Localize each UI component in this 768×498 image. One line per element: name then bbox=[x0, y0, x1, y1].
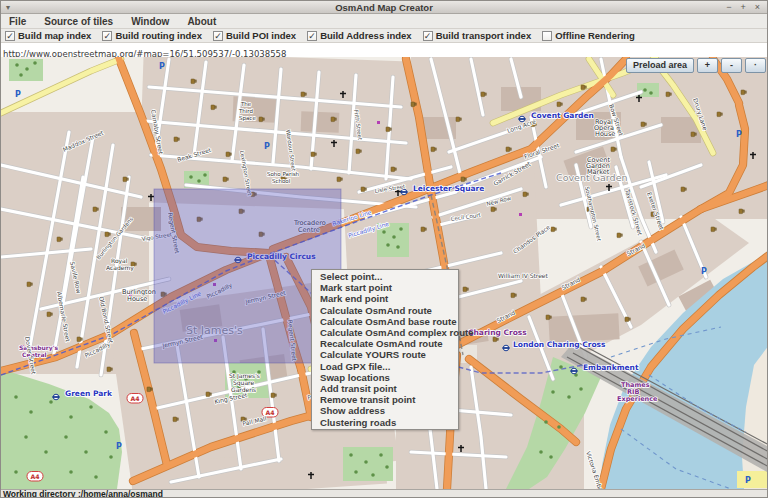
map-label: Green Park bbox=[65, 389, 113, 398]
tree-icon bbox=[551, 390, 555, 394]
zoom-in-button[interactable]: + bbox=[697, 58, 718, 73]
map-label: Space bbox=[239, 115, 256, 122]
context-menu-item-remove-transit-point[interactable]: Remove transit point bbox=[312, 394, 458, 405]
tree-icon bbox=[84, 450, 88, 454]
road-ref-badge: A4 bbox=[127, 394, 143, 404]
tree-icon bbox=[203, 173, 207, 177]
tree-icon bbox=[19, 73, 23, 77]
map-label: Embankment bbox=[583, 363, 639, 372]
checkbox-toolbar: ✓Build map index✓Build routing index✓Bui… bbox=[1, 29, 767, 43]
context-menu-item-calculate-osmand-route[interactable]: Calculate OsmAnd route bbox=[312, 305, 458, 316]
tree-icon bbox=[25, 67, 29, 71]
context-menu-item-add-transit-point[interactable]: Add transit point bbox=[312, 383, 458, 394]
checkbox-label: Build map index bbox=[18, 30, 91, 41]
parking-icon: P bbox=[736, 130, 742, 139]
window-title: OsmAnd Map Creator bbox=[1, 1, 767, 14]
tree-icon bbox=[385, 465, 389, 469]
window-controls: −+× bbox=[726, 1, 767, 14]
checked-checkbox-icon[interactable]: ✓ bbox=[102, 31, 112, 41]
context-menu-item-recalculate-osmand-route[interactable]: Recalculate OsmAnd route bbox=[312, 338, 458, 349]
maximize-button[interactable]: + bbox=[740, 1, 745, 14]
tree-icon bbox=[14, 395, 18, 399]
tube-station-icon bbox=[570, 368, 577, 374]
context-menu-item-calculate-osmand-complex-route[interactable]: Calculate OsmAnd complex route bbox=[312, 327, 458, 338]
checkbox-build-address-index[interactable]: ✓Build Address index bbox=[307, 30, 412, 41]
context-menu-item-swap-locations[interactable]: Swap locations bbox=[312, 372, 458, 383]
app-window: ▾ OsmAnd Map Creator −+× FileSource of t… bbox=[0, 0, 768, 498]
context-menu-item-load-gpx-file[interactable]: Load GPX file... bbox=[312, 361, 458, 372]
url-bar-row bbox=[1, 43, 767, 57]
menu-item-window[interactable]: Window bbox=[122, 14, 178, 29]
tree-icon bbox=[64, 435, 68, 439]
tree-icon bbox=[386, 243, 390, 247]
tree-icon bbox=[399, 227, 403, 231]
context-menu-item-calculate-osmand-base-route[interactable]: Calculate OsmAnd base route bbox=[312, 316, 458, 327]
parking-icon: P bbox=[15, 90, 21, 99]
tree-icon bbox=[364, 460, 368, 464]
map-label: London Charing Cross bbox=[513, 340, 606, 349]
map-label: The bbox=[240, 101, 252, 107]
tree-icon bbox=[197, 179, 201, 183]
checkbox-build-transport-index[interactable]: ✓Build transport index bbox=[423, 30, 532, 41]
tree-icon bbox=[104, 430, 108, 434]
title-bar[interactable]: ▾ OsmAnd Map Creator −+× bbox=[1, 1, 767, 14]
checkbox-label: Build Address index bbox=[320, 30, 412, 41]
checkbox-offline-rendering[interactable]: Offline Rendering bbox=[542, 30, 635, 41]
tree-icon bbox=[559, 365, 563, 369]
zoom-out-button[interactable]: - bbox=[721, 58, 742, 73]
menu-item-file[interactable]: File bbox=[1, 14, 35, 29]
close-button[interactable]: × bbox=[755, 1, 760, 14]
road-ref-badge: A4 bbox=[27, 472, 43, 482]
parking-icon: P bbox=[745, 476, 751, 485]
tree-icon bbox=[396, 245, 400, 249]
map-area-polygon bbox=[343, 447, 393, 481]
svg-text:A4: A4 bbox=[265, 409, 275, 416]
tree-icon bbox=[643, 88, 647, 92]
context-menu-item-select-point[interactable]: Select point... bbox=[312, 271, 458, 282]
checkbox-build-poi-index[interactable]: ✓Build POI index bbox=[213, 30, 296, 41]
context-menu-item-mark-start-point[interactable]: Mark start point bbox=[312, 282, 458, 293]
extra-map-button[interactable]: · bbox=[745, 58, 766, 73]
svg-text:A4: A4 bbox=[130, 395, 140, 402]
tree-icon bbox=[69, 415, 73, 419]
checked-checkbox-icon[interactable]: ✓ bbox=[213, 31, 223, 41]
map-label: Covent Garden bbox=[531, 111, 594, 120]
context-menu-item-show-address[interactable]: Show address bbox=[312, 405, 458, 416]
tree-icon bbox=[89, 405, 93, 409]
map-label: Charing Cross bbox=[468, 328, 527, 337]
checkbox-label: Offline Rendering bbox=[555, 30, 635, 41]
tree-icon bbox=[371, 473, 375, 477]
checked-checkbox-icon[interactable]: ✓ bbox=[5, 31, 15, 41]
context-menu-item-clustering-roads[interactable]: Clustering roads bbox=[312, 417, 458, 428]
checkbox-build-routing-index[interactable]: ✓Build routing index bbox=[102, 30, 202, 41]
checked-checkbox-icon[interactable]: ✓ bbox=[423, 31, 433, 41]
checkbox-label: Build POI index bbox=[226, 30, 296, 41]
working-directory-text: Working directory :/home/anna/osmand bbox=[1, 490, 163, 498]
checkbox-build-map-index[interactable]: ✓Build map index bbox=[5, 30, 91, 41]
tree-icon bbox=[549, 455, 553, 459]
parking-icon: P bbox=[116, 442, 122, 451]
shop-icon bbox=[519, 213, 522, 216]
tube-station-icon bbox=[52, 394, 59, 400]
context-menu-item-calculate-yours-route[interactable]: Calculate YOURS route bbox=[312, 349, 458, 360]
minimize-button[interactable]: − bbox=[726, 1, 731, 14]
map-label: Soho Parish bbox=[267, 171, 300, 177]
context-menu-item-mark-end-point[interactable]: Mark end point bbox=[312, 293, 458, 304]
tree-icon bbox=[109, 455, 113, 459]
menu-item-about[interactable]: About bbox=[178, 14, 225, 29]
tree-icon bbox=[379, 453, 383, 457]
map-label: William IV Street bbox=[498, 272, 549, 279]
map-label: Experience bbox=[617, 395, 658, 403]
checked-checkbox-icon[interactable]: ✓ bbox=[307, 31, 317, 41]
menu-item-source-of-tiles[interactable]: Source of tiles bbox=[35, 14, 122, 29]
tree-icon bbox=[649, 91, 653, 95]
tree-icon bbox=[69, 470, 73, 474]
tree-icon bbox=[349, 453, 353, 457]
tree-icon bbox=[567, 395, 571, 399]
preload-area-button[interactable]: Preload area bbox=[626, 58, 694, 73]
unchecked-checkbox-icon[interactable] bbox=[542, 31, 552, 41]
map-label: Third bbox=[238, 108, 253, 114]
map-label: School bbox=[272, 178, 291, 184]
tree-icon bbox=[189, 175, 193, 179]
context-menu: Select point...Mark start pointMark end … bbox=[311, 269, 459, 430]
